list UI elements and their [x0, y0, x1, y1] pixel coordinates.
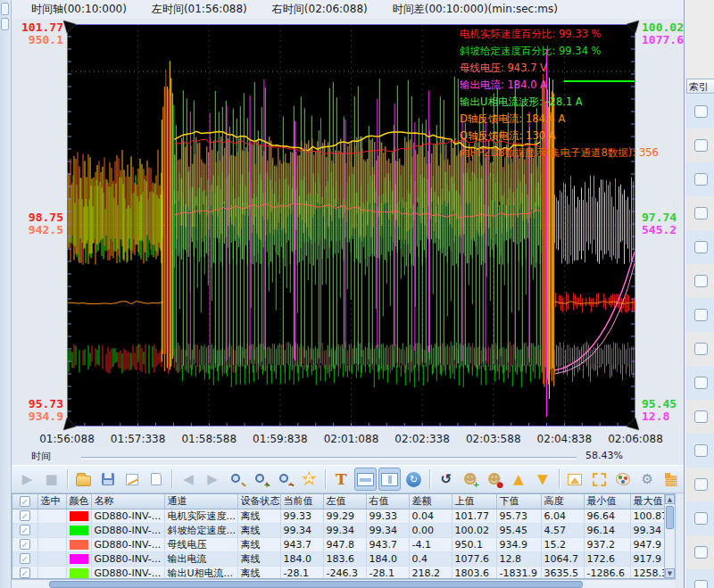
sidebar-checkbox[interactable] [694, 241, 708, 253]
scroll-up-icon[interactable]: ▲ [665, 494, 675, 504]
remove-channel-user-button[interactable]: ☻● [483, 468, 505, 491]
sidebar-checkbox[interactable] [694, 173, 708, 186]
table-row[interactable]: ✓GD880-INV-...输出电流离线184.0183.6184.00.410… [12, 551, 676, 566]
col-header-2[interactable]: 颜色 [66, 494, 91, 509]
dock-handle-icon[interactable] [1, 3, 9, 15]
sidebar-checkbox[interactable] [694, 139, 708, 152]
sidebar-checkbox[interactable] [694, 343, 708, 355]
vertical-cursor-button[interactable] [378, 468, 401, 491]
edit-note-button[interactable] [120, 468, 143, 491]
cell-height: 1064.7 [541, 551, 584, 566]
waveform-plot[interactable]: 电机实际速度百分比: 99.33 %斜坡给定速度百分比: 99.34 %母线电压… [67, 24, 635, 427]
sidebar-checkbox[interactable] [694, 512, 708, 525]
nav-back-button[interactable]: ◀ [177, 468, 199, 491]
sidebar-checkbox[interactable] [694, 410, 708, 423]
cell-status: 离线 [237, 551, 280, 566]
zoom-out-button[interactable]: − [274, 468, 296, 491]
hscrollbar-thumb[interactable] [49, 581, 583, 588]
col-header-9[interactable]: 差额 [409, 494, 452, 509]
save-button[interactable] [96, 468, 119, 491]
col-header-12[interactable]: 高度 [541, 494, 584, 509]
scrollbar-thumb[interactable] [666, 506, 674, 529]
y-left-mid-labels: 98.75942.5 [12, 211, 63, 236]
snapshot-image-button[interactable] [563, 468, 585, 491]
cell-min: 96.64 [584, 509, 630, 523]
zoom-search-icon [231, 474, 240, 483]
sidebar-checkbox[interactable] [694, 275, 708, 287]
zoom-in-icon [255, 474, 264, 483]
zoom-in-button[interactable]: + [250, 468, 272, 491]
col-header-13[interactable]: 最小值 [584, 494, 630, 509]
zoom-search-button[interactable] [226, 468, 248, 491]
col-header-7[interactable]: 左值 [323, 494, 366, 509]
row-checkbox[interactable]: ✓ [20, 510, 30, 521]
settings-pen-button[interactable]: ⚙ [636, 468, 659, 491]
col-header-11[interactable]: 下值 [496, 494, 541, 509]
col-header-5[interactable]: 设备状态 [237, 494, 280, 509]
highlight-a-button[interactable]: A [298, 468, 320, 491]
table-vertical-scrollbar[interactable]: ▲ ▼ [664, 493, 676, 579]
cell-top: 1077.6 [452, 551, 496, 566]
row-checkbox[interactable]: ✓ [20, 553, 30, 564]
sync-button[interactable]: ↻ [403, 468, 425, 491]
time-slider[interactable] [81, 457, 577, 460]
export-up-button[interactable]: ▲ [507, 468, 529, 491]
sidebar-checkbox[interactable] [694, 377, 708, 389]
paste-page-button[interactable] [145, 468, 167, 491]
dock-handle-icon[interactable] [1, 18, 9, 30]
nav-forward-button[interactable]: ▶ [201, 468, 223, 491]
open-folder-button[interactable] [72, 468, 95, 491]
col-header-3[interactable]: 名称 [91, 494, 164, 509]
sidebar-checkbox[interactable] [694, 580, 708, 588]
sidebar-row [686, 569, 714, 588]
sidebar-title-tab[interactable]: 索引 [686, 79, 714, 94]
main-toolbar: ▶■◀▶+−AT↻↺☻+☻●▲▼⚙ [12, 465, 684, 493]
sync-icon: ↻ [406, 472, 421, 487]
col-header-8[interactable]: 右值 [366, 494, 409, 509]
scroll-down-icon[interactable]: ▼ [665, 568, 675, 578]
vertical-cursor-icon [381, 473, 398, 486]
palette-button[interactable] [612, 468, 635, 491]
fit-screen-icon [593, 473, 606, 486]
col-header-1[interactable]: 选中 [37, 494, 66, 509]
add-channel-user-button[interactable]: ☻+ [459, 468, 481, 491]
cell-name: GD880-INV-... [91, 566, 164, 579]
text-label-button[interactable]: T [330, 468, 353, 491]
import-down-button[interactable]: ▼ [531, 468, 553, 491]
grid-layout-button[interactable] [660, 468, 683, 491]
history-button[interactable]: ↺ [435, 468, 457, 491]
table-horizontal-scrollbar[interactable] [12, 579, 676, 588]
toolbar-separator [559, 469, 560, 489]
cell-diff: 218.2 [409, 566, 452, 579]
table-row[interactable]: ✓GD880-INV-...斜坡给定速度...离线99.3499.3499.34… [12, 523, 676, 537]
row-checkbox[interactable]: ✓ [20, 567, 30, 578]
sidebar-checkbox[interactable] [694, 478, 708, 491]
sidebar-checkbox[interactable] [694, 546, 708, 559]
cell-status: 离线 [237, 509, 280, 523]
cell-bottom: 95.73 [496, 509, 541, 523]
play-button[interactable]: ▶ [16, 468, 38, 491]
col-header-10[interactable]: 上值 [452, 494, 496, 509]
sidebar-checkbox[interactable] [694, 207, 708, 219]
select-all-checkbox[interactable]: ✓ [20, 496, 30, 507]
x-tick-label: 02:02:338 [394, 433, 450, 445]
cell-name: GD880-INV-... [91, 523, 164, 537]
row-checkbox[interactable]: ✓ [20, 525, 30, 535]
export-up-icon: ▲ [513, 473, 524, 486]
sidebar-checkbox[interactable] [694, 444, 708, 457]
col-header-0[interactable]: ✓ [12, 494, 37, 509]
col-header-6[interactable]: 当前值 [280, 494, 323, 509]
table-row[interactable]: ✓GD880-INV-...电机实际速度...离线99.3399.2999.33… [12, 509, 676, 523]
sidebar-checkbox[interactable] [694, 309, 708, 321]
stop-button[interactable]: ■ [40, 468, 62, 491]
col-header-4[interactable]: 通道 [164, 494, 237, 509]
table-row[interactable]: ✓GD880-INV-...母线电压离线943.7947.8943.7-4.19… [12, 537, 676, 551]
cell-top: 101.77 [452, 509, 496, 523]
fit-screen-button[interactable] [588, 468, 610, 491]
cell-right: 184.0 [366, 551, 409, 566]
horizontal-cursor-button[interactable] [354, 468, 377, 491]
y-left-top-labels: 101.77950.1 [12, 21, 63, 46]
row-checkbox[interactable]: ✓ [20, 539, 30, 550]
table-row[interactable]: ✓GD880-INV-...输出U相电流...离线-28.1-246.3-28.… [12, 566, 676, 579]
sidebar-checkbox[interactable] [694, 105, 708, 118]
